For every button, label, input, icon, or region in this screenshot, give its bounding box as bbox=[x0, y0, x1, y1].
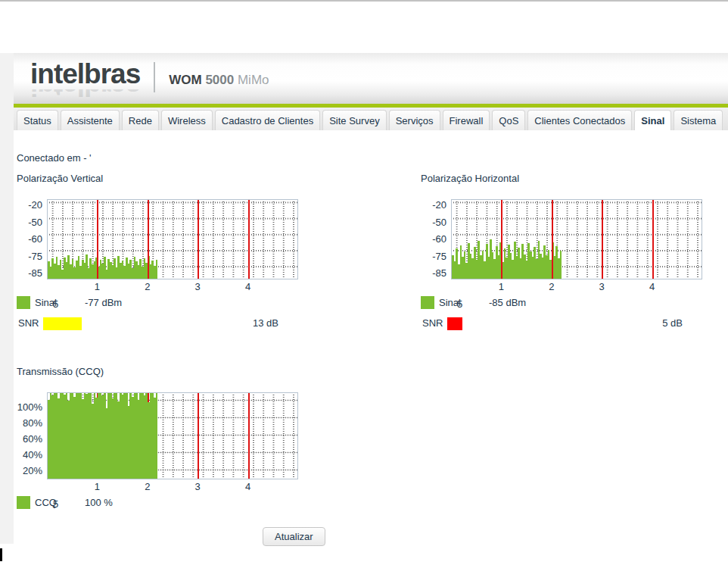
red-marker-line bbox=[97, 200, 98, 279]
red-marker-line bbox=[248, 200, 250, 279]
tab-rede[interactable]: Rede bbox=[122, 110, 159, 130]
snr-row: SNR 5 dB bbox=[421, 317, 705, 330]
ccq-value: 100 % bbox=[85, 497, 113, 508]
overlapping-x-tick: 5 bbox=[53, 498, 58, 510]
red-marker-line bbox=[248, 393, 250, 479]
tab-bar: StatusAssistenteRedeWirelessCadastro de … bbox=[14, 108, 728, 130]
x-tick: 4 bbox=[649, 281, 655, 292]
y-axis-labels: 100%80%60%40%20% bbox=[17, 392, 47, 479]
y-tick: -85 bbox=[421, 268, 446, 279]
red-marker-line bbox=[198, 393, 199, 479]
intelbras-logo: intelbras intelbras bbox=[30, 59, 140, 101]
x-tick: 2 bbox=[145, 481, 150, 492]
chart-polarizacao-horizontal: Polarização Horizontal -20-50-60-75-85 1… bbox=[421, 173, 705, 330]
tab-firewall[interactable]: Firewall bbox=[443, 110, 490, 130]
y-tick: 100% bbox=[17, 402, 42, 413]
snr-label: SNR bbox=[422, 317, 443, 329]
page-container: intelbras intelbras WOM 5000 MiMo Status… bbox=[14, 53, 728, 547]
y-tick: -20 bbox=[421, 200, 446, 211]
ccq-bars bbox=[48, 393, 157, 479]
tab-servi-os[interactable]: Serviços bbox=[389, 110, 440, 130]
y-tick: 40% bbox=[17, 450, 42, 460]
red-marker-line bbox=[552, 200, 553, 279]
chart-title: Transmissão (CCQ) bbox=[17, 366, 301, 378]
tab-status[interactable]: Status bbox=[17, 110, 58, 130]
y-tick: 60% bbox=[17, 434, 42, 445]
header: intelbras intelbras WOM 5000 MiMo bbox=[14, 53, 728, 104]
y-tick: -60 bbox=[17, 234, 42, 245]
y-axis-labels: -20-50-60-75-85 bbox=[17, 199, 47, 279]
signal-plot bbox=[451, 199, 702, 279]
y-tick: -50 bbox=[421, 217, 446, 228]
red-marker-line bbox=[148, 200, 149, 279]
legend-row: Sinal 5 -77 dBm bbox=[17, 296, 301, 310]
red-marker-line bbox=[198, 200, 199, 279]
red-marker-line bbox=[602, 200, 603, 279]
red-marker-line bbox=[652, 200, 654, 279]
signal-bars bbox=[48, 200, 157, 279]
x-tick: 4 bbox=[245, 281, 250, 292]
snr-label: SNR bbox=[18, 317, 39, 329]
tab-clientes-conectados[interactable]: Clientes Conectados bbox=[527, 110, 632, 130]
snr-level-bar bbox=[43, 317, 82, 330]
tab-cadastro-de-clientes[interactable]: Cadastro de Clientes bbox=[215, 110, 320, 130]
y-tick: 80% bbox=[17, 418, 42, 429]
snr-level-bar bbox=[447, 317, 462, 330]
logo-reflection: intelbras bbox=[30, 89, 140, 101]
signal-plot bbox=[47, 199, 298, 279]
tab-sistema[interactable]: Sistema bbox=[674, 110, 723, 130]
y-tick: -85 bbox=[17, 268, 42, 279]
x-axis-labels: 1234 bbox=[17, 279, 301, 293]
signal-bars bbox=[452, 200, 562, 279]
x-axis-labels: 1234 bbox=[17, 479, 301, 493]
product-name: WOM 5000 MiMo bbox=[169, 73, 269, 88]
chart-title: Polarização Vertical bbox=[17, 173, 301, 185]
snr-value: 13 dB bbox=[253, 317, 278, 329]
x-tick: 2 bbox=[549, 281, 554, 292]
page-left-gutter bbox=[0, 53, 14, 544]
x-tick: 2 bbox=[145, 281, 150, 292]
y-tick: -75 bbox=[17, 251, 42, 262]
y-tick: -75 bbox=[421, 251, 446, 262]
y-tick: -60 bbox=[421, 234, 446, 245]
connected-status-text: Conectado em - ' bbox=[17, 152, 92, 164]
x-tick: 1 bbox=[95, 481, 100, 492]
chart-title: Polarização Horizontal bbox=[421, 173, 705, 185]
tab-wireless[interactable]: Wireless bbox=[161, 110, 213, 130]
ccq-plot bbox=[47, 392, 298, 479]
x-tick: 3 bbox=[195, 281, 201, 292]
x-axis-labels: 1234 bbox=[421, 279, 705, 293]
logo-text: intelbras bbox=[30, 59, 140, 89]
tab-sinal[interactable]: Sinal bbox=[634, 110, 671, 130]
signal-value: -77 dBm bbox=[85, 297, 122, 308]
legend-swatch bbox=[17, 496, 30, 509]
brand-divider bbox=[154, 62, 155, 92]
product-wom: WOM bbox=[169, 73, 201, 87]
chart-polarizacao-vertical: Polarização Vertical -20-50-60-75-85 123… bbox=[17, 173, 301, 330]
x-tick: 4 bbox=[245, 481, 250, 492]
x-tick: 3 bbox=[599, 281, 605, 292]
overlapping-x-tick: 5 bbox=[53, 298, 58, 310]
chart-transmissao-ccq: Transmissão (CCQ) 100%80%60%40%20% 1234 … bbox=[17, 366, 301, 510]
snr-row: SNR 13 dB bbox=[17, 317, 301, 330]
x-tick: 1 bbox=[95, 281, 100, 292]
tab-assistente[interactable]: Assistente bbox=[61, 110, 120, 130]
legend-row: Sinal 5 -85 dBm bbox=[421, 296, 705, 310]
tab-site-survey[interactable]: Site Survey bbox=[322, 110, 386, 130]
window-top-border bbox=[0, 0, 728, 2]
refresh-button[interactable]: Atualizar bbox=[263, 527, 325, 546]
y-tick: 20% bbox=[17, 466, 42, 476]
legend-row: CCQ 5 100 % bbox=[17, 496, 301, 510]
overlapping-x-tick: 5 bbox=[457, 298, 462, 310]
product-variant: MiMo bbox=[238, 73, 269, 87]
text-caret-artifact bbox=[0, 548, 2, 561]
x-tick: 3 bbox=[195, 481, 201, 492]
snr-value: 5 dB bbox=[662, 317, 683, 329]
tab-qos[interactable]: QoS bbox=[492, 110, 525, 130]
y-axis-labels: -20-50-60-75-85 bbox=[421, 199, 451, 279]
legend-swatch bbox=[17, 296, 30, 309]
y-tick: -50 bbox=[17, 217, 42, 228]
red-marker-line bbox=[501, 200, 502, 279]
y-tick: -20 bbox=[17, 200, 42, 211]
x-tick: 1 bbox=[499, 281, 504, 292]
